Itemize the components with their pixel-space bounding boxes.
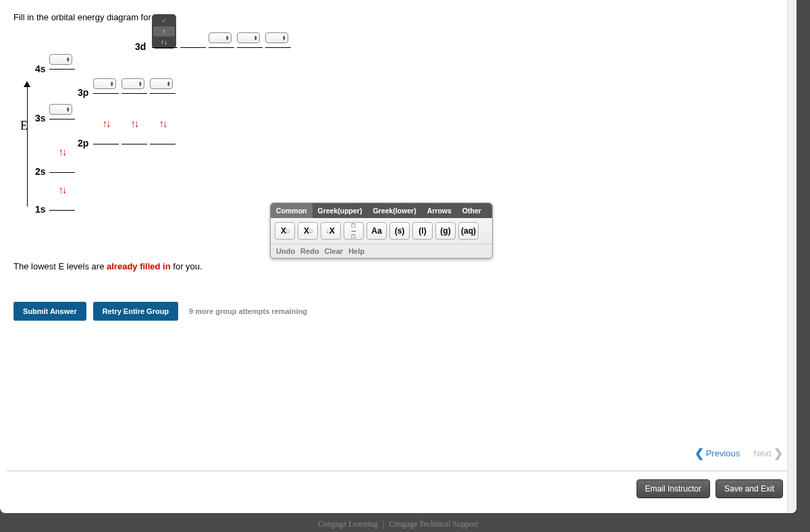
orbital-2p-3: ↑↓ bbox=[150, 130, 176, 143]
label-3d: 3d bbox=[135, 41, 146, 52]
palette-help[interactable]: Help bbox=[348, 247, 364, 255]
axis-line bbox=[27, 85, 28, 207]
palette-symbols: X□ X□ □X □─□ Aa (s) (l) (g) (aq) bbox=[271, 218, 492, 244]
orbital-stepper[interactable]: ▴▾ bbox=[122, 78, 144, 89]
palette-tabs: Common Greek(upper) Greek(lower) Arrows … bbox=[271, 203, 492, 218]
row-3s: ▴▾ bbox=[49, 105, 75, 118]
chevron-left-icon: ❮ bbox=[695, 446, 704, 460]
orbital-stepper[interactable]: ▴▾ bbox=[150, 78, 173, 89]
sym-subscript[interactable]: X□ bbox=[298, 222, 318, 240]
popover-updown[interactable]: ↑↓ bbox=[153, 37, 175, 47]
tab-other[interactable]: Other bbox=[457, 203, 487, 218]
attempts-remaining: 9 more group attempts remaining bbox=[189, 307, 307, 315]
sym-superscript[interactable]: X□ bbox=[275, 222, 295, 240]
hint-pre: The lowest E levels are bbox=[14, 261, 107, 271]
row-3d: ✓ ↑ ↑↓ ▴▾ ▴▾ ▴▾ bbox=[152, 33, 291, 47]
footer-separator: | bbox=[383, 519, 384, 529]
palette-redo[interactable]: Redo bbox=[300, 247, 319, 255]
content-area: Fill in the orbital energy diagram for z… bbox=[0, 0, 796, 333]
label-1s: 1s bbox=[35, 204, 46, 215]
row-3p: ▴▾ ▴▾ ▴▾ bbox=[93, 79, 176, 92]
row-4s: ▴▾ bbox=[49, 55, 75, 68]
button-row: Submit Answer Retry Entire Group 9 more … bbox=[14, 302, 783, 321]
orbital-2p-1: ↑↓ bbox=[93, 130, 119, 143]
nav-row: ❮Previous Next❯ bbox=[695, 446, 783, 460]
energy-axis bbox=[23, 85, 32, 207]
label-2p: 2p bbox=[78, 138, 88, 149]
next-link[interactable]: Next❯ bbox=[753, 446, 783, 460]
orbital-4s-1[interactable]: ▴▾ bbox=[49, 55, 75, 68]
up-down-arrow-icon: ↑↓ bbox=[49, 184, 75, 195]
orbital-3p-3[interactable]: ▴▾ bbox=[150, 79, 176, 92]
divider bbox=[7, 471, 790, 471]
submit-answer-button[interactable]: Submit Answer bbox=[14, 302, 86, 321]
orbital-2p-2: ↑↓ bbox=[122, 130, 147, 143]
up-down-arrow-icon: ↑↓ bbox=[93, 117, 119, 129]
sym-case[interactable]: Aa bbox=[367, 222, 387, 240]
sym-liquid[interactable]: (l) bbox=[412, 222, 433, 240]
retry-group-button[interactable]: Retry Entire Group bbox=[93, 302, 178, 321]
orbital-stepper[interactable]: ▴▾ bbox=[49, 54, 72, 65]
row-1s: ↑↓ bbox=[49, 196, 75, 209]
orbital-1s-1: ↑↓ bbox=[49, 196, 75, 209]
orbital-stepper[interactable]: ▴▾ bbox=[93, 78, 116, 89]
tab-arrows[interactable]: Arrows bbox=[422, 203, 457, 218]
footer-brand[interactable]: Cengage Learning bbox=[319, 519, 378, 529]
app-window: Fill in the orbital energy diagram for z… bbox=[0, 0, 796, 513]
orbital-3p-1[interactable]: ▴▾ bbox=[93, 79, 119, 92]
label-4s: 4s bbox=[35, 63, 46, 74]
orbital-3d-4[interactable]: ▴▾ bbox=[237, 33, 263, 47]
popover-up[interactable]: ↑ bbox=[153, 26, 175, 36]
tab-common[interactable]: Common bbox=[271, 203, 313, 218]
symbol-palette[interactable]: Common Greek(upper) Greek(lower) Arrows … bbox=[270, 203, 493, 259]
chevron-right-icon: ❯ bbox=[774, 446, 783, 460]
label-2s: 2s bbox=[35, 166, 46, 177]
orbital-stepper[interactable]: ▴▾ bbox=[49, 104, 72, 115]
orbital-3d-3[interactable]: ▴▾ bbox=[209, 33, 234, 47]
palette-actions: Undo Redo Clear Help bbox=[271, 244, 492, 258]
previous-link[interactable]: ❮Previous bbox=[695, 446, 740, 460]
orbital-stepper[interactable]: ▴▾ bbox=[237, 32, 260, 43]
question-prompt: Fill in the orbital energy diagram for z… bbox=[14, 12, 783, 22]
prompt-prefix: Fill in the orbital energy diagram for bbox=[14, 12, 153, 22]
orbital-stepper[interactable]: ▴▾ bbox=[265, 32, 288, 43]
hint-red: already filled in bbox=[107, 261, 171, 271]
palette-clear[interactable]: Clear bbox=[325, 247, 344, 255]
row-2p: ↑↓ ↑↓ ↑↓ bbox=[93, 130, 176, 143]
orbital-3s-1[interactable]: ▴▾ bbox=[49, 105, 75, 118]
orbital-popover[interactable]: ✓ ↑ ↑↓ bbox=[152, 14, 176, 49]
bottom-row: Email Instructor Save and Exit bbox=[637, 479, 783, 498]
up-down-arrow-icon: ↑↓ bbox=[122, 117, 147, 129]
tab-greek-upper[interactable]: Greek(upper) bbox=[313, 203, 368, 218]
label-3s: 3s bbox=[35, 113, 46, 124]
palette-undo[interactable]: Undo bbox=[276, 247, 295, 255]
sym-presuperscript[interactable]: □X bbox=[321, 222, 341, 240]
save-and-exit-button[interactable]: Save and Exit bbox=[716, 479, 783, 498]
tab-greek-lower[interactable]: Greek(lower) bbox=[367, 203, 421, 218]
hint-post: for you. bbox=[171, 261, 202, 271]
row-2s: ↑↓ bbox=[49, 158, 75, 171]
sym-fraction[interactable]: □─□ bbox=[344, 222, 364, 240]
orbital-3d-1[interactable]: ✓ ↑ ↑↓ bbox=[152, 33, 178, 47]
orbital-stepper[interactable]: ▴▾ bbox=[209, 32, 232, 43]
scrollbar[interactable] bbox=[787, 0, 796, 513]
hint-text: The lowest E levels are already filled i… bbox=[14, 261, 783, 271]
sym-solid[interactable]: (s) bbox=[389, 222, 410, 240]
up-down-arrow-icon: ↑↓ bbox=[150, 117, 176, 129]
footer: Cengage Learning | Cengage Technical Sup… bbox=[0, 519, 796, 529]
orbital-3d-2[interactable] bbox=[180, 33, 206, 47]
orbital-3d-5[interactable]: ▴▾ bbox=[265, 33, 291, 47]
up-down-arrow-icon: ↑↓ bbox=[49, 146, 75, 157]
orbital-3p-2[interactable]: ▴▾ bbox=[122, 79, 147, 92]
orbital-2s-1: ↑↓ bbox=[49, 158, 75, 171]
label-3p: 3p bbox=[78, 87, 88, 98]
sym-gas[interactable]: (g) bbox=[435, 222, 456, 240]
footer-support[interactable]: Cengage Technical Support bbox=[389, 519, 478, 529]
sym-aqueous[interactable]: (aq) bbox=[458, 222, 479, 240]
popover-check[interactable]: ✓ bbox=[153, 16, 175, 26]
email-instructor-button[interactable]: Email Instructor bbox=[637, 479, 710, 498]
